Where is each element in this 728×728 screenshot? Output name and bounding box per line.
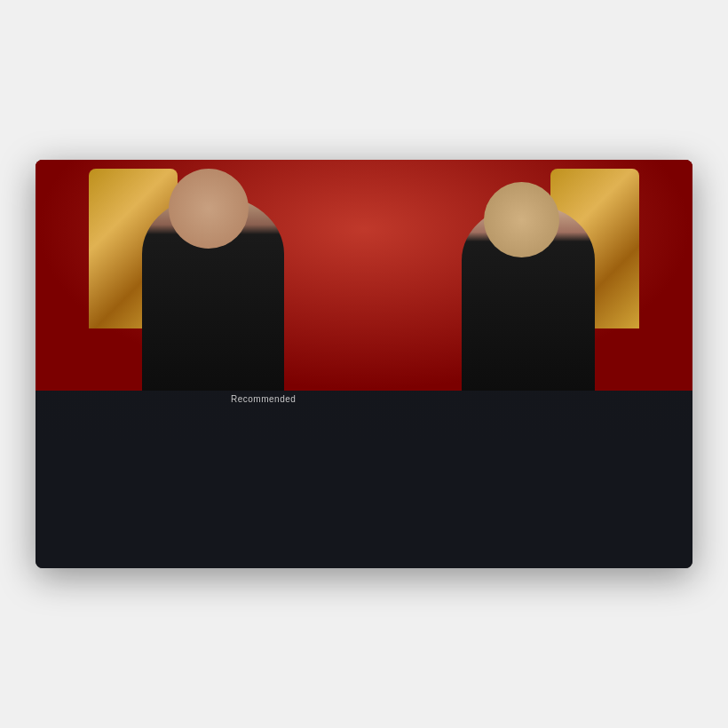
bottom-panel: Recommended Guide Channel list ☰: [36, 391, 692, 568]
person-left: [142, 195, 284, 391]
tv-frame: Recommended Guide Channel list ☰: [36, 160, 692, 568]
recommended-label: Recommended: [231, 394, 296, 404]
hero-image: [36, 160, 692, 391]
person-right: [462, 204, 595, 391]
